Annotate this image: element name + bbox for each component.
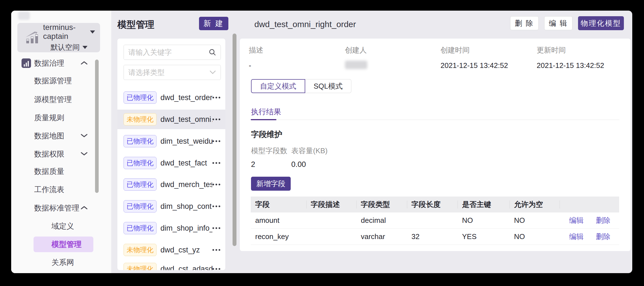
table-row: recon_key varchar 32 YES NO 编辑 删除 [251,229,619,245]
stat-field-count: 模型字段数 2 [251,146,287,169]
creator-redacted-value [345,61,367,69]
info-value: - [249,61,263,70]
search-icon[interactable] [209,49,216,56]
status-badge: 未物理化 [124,113,157,126]
model-name: dim_shop_cont… [160,202,212,211]
more-actions-icon[interactable] [212,268,220,270]
workspace-dropdown-icon[interactable] [90,30,95,34]
new-model-button[interactable]: 新 建 [199,17,228,30]
cell-primary: NO [458,212,510,228]
chevron-up-icon [80,205,88,210]
status-badge: 未物理化 [124,244,157,256]
more-actions-icon[interactable] [212,140,220,142]
col-header-desc: 字段描述 [306,197,356,212]
more-actions-icon[interactable] [212,249,220,251]
materialize-model-button[interactable]: 物理化模型 [578,16,624,30]
model-detail-card: 描述 - 创建人 创建时间 2021-12-15 13:42:52 更新时间 2… [240,39,631,251]
search-placeholder: 请输入关键字 [128,48,209,57]
model-list-item[interactable]: 已物理化 dim_shop_cont… [117,197,225,216]
more-actions-icon[interactable] [212,227,220,229]
tab-execution-result[interactable]: 执行结果 [251,107,281,117]
info-label: 更新时间 [537,45,604,55]
sidebar-scrollbar[interactable] [95,60,99,193]
model-list-item[interactable]: 未物理化 dwd_cst_adasd [117,259,225,270]
sidebar-item-relation-net[interactable]: 关系网 [11,255,111,270]
sidebar-item-label: 模型管理 [51,239,82,249]
status-badge: 已物理化 [124,178,157,191]
sidebar: terminus-captain 默认空间 数据治理 数据源管理 源模型管理 [11,11,111,273]
sidebar-item-label: 数据权限 [34,149,64,159]
active-tab-underline [251,119,276,120]
chevron-down-icon [80,152,88,156]
status-badge: 已物理化 [124,222,157,234]
workspace-switcher[interactable]: terminus-captain 默认空间 [17,23,100,52]
info-label: 创建时间 [441,45,508,55]
model-list-item[interactable]: 已物理化 dwd_test_fact [117,153,225,173]
delete-model-button[interactable]: 删 除 [510,16,539,30]
model-name: dwd_test_omni… [160,115,212,124]
table-header-row: 字段 字段描述 字段类型 字段长度 是否主键 允许为空 [251,197,619,212]
cell-type: varchar [356,229,407,245]
model-list-item[interactable]: 已物理化 dim_test_weidu [117,131,225,151]
row-delete-link[interactable]: 删除 [596,232,610,242]
stat-table-size: 表容量(KB) 0.00 [291,146,328,169]
tab-sql-mode[interactable]: SQL模式 [305,79,351,93]
more-actions-icon[interactable] [212,205,220,207]
cell-nullable: NO [510,229,560,245]
fields-table: 字段 字段描述 字段类型 字段长度 是否主键 允许为空 amount decim… [251,197,619,245]
panel-scrollbar[interactable] [233,34,236,246]
model-name: dwd_test_order… [160,93,212,102]
col-header-actions [560,197,619,212]
space-dropdown-icon[interactable] [82,46,87,49]
type-select-placeholder: 请选择类型 [128,68,209,77]
sidebar-item-label: 数据治理 [34,58,64,68]
model-name: dwd_cst_adasd [160,265,212,270]
more-actions-icon[interactable] [212,97,220,98]
space-name: 默认空间 [51,42,80,52]
cell-field: recon_key [251,229,306,245]
model-list-item-selected[interactable]: 未物理化 dwd_test_omni… [117,110,225,129]
status-badge: 已物理化 [124,157,157,169]
model-name: dwd_cst_yz [160,246,212,254]
col-header-primary: 是否主键 [458,197,510,212]
more-actions-icon[interactable] [212,184,220,185]
add-field-button[interactable]: 新增字段 [251,177,291,191]
sidebar-item-label: 数据质量 [34,166,64,176]
model-list-item[interactable]: 已物理化 dwd_test_order… [117,88,225,107]
sidebar-item-model-mgmt-active[interactable]: 模型管理 [34,237,93,252]
cell-desc [306,229,356,245]
sidebar-item-label: 源模型管理 [34,94,72,105]
section-title-field-maintenance: 字段维护 [251,129,282,140]
model-list-item[interactable]: 已物理化 dim_shop_info_… [117,218,225,238]
chevron-up-icon [80,61,88,65]
row-delete-link[interactable]: 删除 [596,216,610,225]
sidebar-item-label: 数据源管理 [34,76,72,86]
more-actions-icon[interactable] [212,119,220,120]
edit-model-button[interactable]: 编 辑 [544,16,572,30]
more-actions-icon[interactable] [212,162,220,164]
type-select[interactable]: 请选择类型 [124,65,221,80]
app-logo [18,11,30,20]
info-value: 2021-12-15 13:42:52 [537,61,604,70]
col-header-type: 字段类型 [356,197,407,212]
col-header-nullable: 允许为空 [510,197,560,212]
info-updated-time: 更新时间 2021-12-15 13:42:52 [537,45,604,70]
chevron-down-icon [80,133,88,138]
sidebar-item-label: 域定义 [51,221,74,231]
cell-field: amount [251,212,306,228]
stat-value: 2 [251,160,287,169]
app-window: terminus-captain 默认空间 数据治理 数据源管理 源模型管理 [11,11,632,273]
info-created-time: 创建时间 2021-12-15 13:42:52 [441,45,508,70]
model-list-item[interactable]: 未物理化 dwd_cst_yz [117,240,225,260]
search-input[interactable]: 请输入关键字 [124,45,221,60]
model-name: dim_shop_info_… [160,224,212,233]
model-list-item[interactable]: 已物理化 dwd_merch_test [117,175,225,194]
panel-title: 模型管理 [117,18,154,31]
sidebar-item-data-standard-mgmt[interactable]: 数据标准管理 [11,200,111,216]
info-label: 创建人 [345,45,367,55]
sidebar-item-domain-definition[interactable]: 域定义 [11,218,111,234]
sidebar-item-label: 关系网 [51,257,74,268]
row-edit-link[interactable]: 编辑 [569,216,584,225]
row-edit-link[interactable]: 编辑 [569,232,584,242]
tab-custom-mode[interactable]: 自定义模式 [251,79,305,93]
